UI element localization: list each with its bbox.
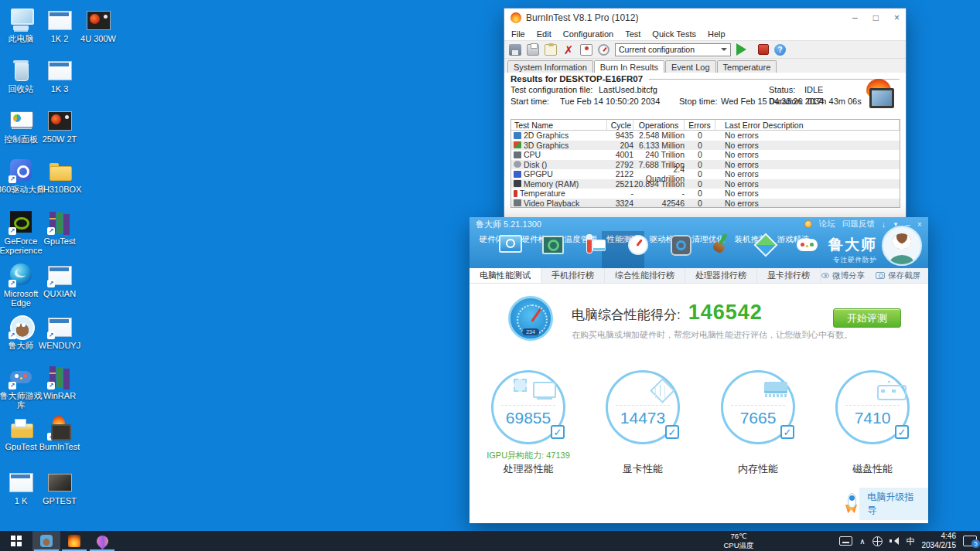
- cell-desc: No errors: [715, 141, 900, 150]
- cpu-temp-widget[interactable]: 76℃ CPU温度: [710, 531, 767, 551]
- desktop-icon-gptest[interactable]: GPTEST: [35, 470, 84, 505]
- table-row[interactable]: Disk () 2792 7.688 Trillion 0 No errors: [511, 160, 900, 170]
- taskbar-app-burnintest[interactable]: [60, 531, 88, 551]
- feedback-link[interactable]: 问题反馈: [842, 219, 875, 230]
- volume-icon[interactable]: [890, 536, 900, 546]
- table-row[interactable]: Video Playback 3324 42546 0 No errors: [511, 199, 900, 209]
- save-report-icon[interactable]: [509, 44, 521, 56]
- tab-gpu-ranking[interactable]: 显卡排行榜: [757, 268, 821, 283]
- desktop-icon-winrar[interactable]: ↗ WinRAR: [35, 365, 84, 400]
- start-tests-icon[interactable]: [736, 43, 753, 56]
- table-row[interactable]: 2D Graphics 9435 2.548 Million 0 No erro…: [511, 131, 900, 141]
- nav-driver-detect[interactable]: 驱动检测: [644, 231, 687, 268]
- delete-icon[interactable]: ✗: [562, 44, 575, 56]
- desktop-icon-quxian[interactable]: ↗ QUXIAN: [35, 263, 84, 298]
- forum-link[interactable]: 论坛: [819, 219, 835, 230]
- menu-test[interactable]: Test: [625, 29, 640, 39]
- start-button[interactable]: [0, 531, 32, 551]
- tab-system-information[interactable]: System Information: [507, 60, 593, 73]
- upgrade-guide-button[interactable]: 电脑升级指导: [843, 488, 928, 520]
- cpu-checkbox[interactable]: ✓: [551, 425, 565, 439]
- nav-hardware-checkup[interactable]: 硬件体检: [474, 231, 517, 268]
- configuration-select[interactable]: Current configuration: [615, 43, 731, 56]
- col-operations[interactable]: Operations: [633, 120, 685, 130]
- nav-game-picks[interactable]: 游戏精选: [772, 231, 814, 268]
- clock[interactable]: 4:46 2034/2/15: [922, 532, 957, 550]
- shortcut-arrow-icon: ↗: [9, 382, 16, 389]
- cell-errors: 0: [685, 179, 715, 189]
- save-screenshot-button[interactable]: 保存截屏: [876, 270, 920, 281]
- table-row[interactable]: Temperature - - 0 No errors: [511, 189, 900, 199]
- igpu-score: IGPU异构能力: 47139: [471, 450, 586, 461]
- table-row[interactable]: Memory (RAM) 2521 20.894 Trillion 0 No e…: [511, 179, 900, 189]
- nav-temperature[interactable]: 温度管理: [559, 231, 602, 268]
- burnintest-menubar: File Edit Configuration Test Quick Tests…: [504, 27, 906, 40]
- table-row[interactable]: CPU 4001 240 Trillion 0 No errors: [511, 150, 900, 160]
- ime-indicator[interactable]: 中: [907, 536, 915, 547]
- maximize-icon[interactable]: □: [873, 12, 879, 23]
- desktop-icon-wenduyj[interactable]: ↗ WENDUYJ: [35, 315, 84, 350]
- menu-file[interactable]: File: [511, 29, 525, 39]
- table-row[interactable]: 3D Graphics 204 6.133 Million 0 No error…: [511, 141, 900, 151]
- tab-phone-ranking[interactable]: 手机排行榜: [541, 268, 605, 283]
- nav-clean-optimize[interactable]: 清理优化: [687, 231, 729, 268]
- table-row[interactable]: GPGPU 2122 2.4 Quadrillion 0 No errors: [511, 169, 900, 179]
- desktop-icon-1k3[interactable]: 1K 3: [35, 58, 84, 94]
- menu-edit[interactable]: Edit: [537, 29, 551, 39]
- col-errors[interactable]: Errors: [685, 120, 715, 130]
- status-label: Status:: [769, 85, 795, 94]
- brand-name: 鲁大师: [828, 235, 877, 255]
- network-icon[interactable]: [872, 536, 883, 546]
- menu-help[interactable]: Help: [708, 29, 726, 39]
- stop-tests-icon[interactable]: [758, 44, 769, 55]
- taskbar-app-3[interactable]: [88, 531, 116, 551]
- folder-icon: [8, 416, 34, 440]
- tray-chevron-up-icon[interactable]: ∧: [859, 537, 865, 546]
- menu-configuration[interactable]: Configuration: [563, 29, 613, 39]
- col-last-error[interactable]: Last Error Description: [715, 120, 900, 130]
- tab-event-log[interactable]: Event Log: [665, 60, 716, 73]
- start-benchmark-button[interactable]: 开始评测: [833, 308, 901, 328]
- cpu-temp-value: 76℃: [710, 532, 767, 541]
- nav-performance-test[interactable]: 性能测试: [602, 231, 644, 268]
- gauge-icon[interactable]: [598, 44, 610, 56]
- col-cycle[interactable]: Cycle: [607, 120, 633, 130]
- col-test-name[interactable]: Test Name: [511, 120, 607, 130]
- desktop-icon-4u-300w[interactable]: 4U 300W: [73, 8, 123, 43]
- clipboard-icon[interactable]: [545, 44, 557, 56]
- taskbar-app-masterlu[interactable]: [32, 531, 60, 551]
- help-icon[interactable]: ?: [774, 44, 786, 56]
- desktop-icon-gputest-archive[interactable]: ↗ GpuTest: [35, 210, 84, 246]
- tab-overall-ranking[interactable]: 综合性能排行榜: [605, 268, 685, 283]
- score-label: 电脑综合性能得分:: [572, 306, 681, 324]
- status-value: IDLE: [804, 85, 823, 94]
- print-icon[interactable]: [527, 44, 539, 56]
- weibo-share-button[interactable]: 微博分享: [821, 270, 865, 281]
- close-icon[interactable]: ×: [917, 219, 922, 229]
- download-icon[interactable]: ↓: [882, 219, 886, 229]
- gpu-checkbox[interactable]: ✓: [665, 425, 679, 439]
- system-tray: ∧ 中 4:46 2034/2/15 5: [839, 531, 977, 551]
- tab-temperature[interactable]: Temperature: [717, 60, 777, 73]
- disk-checkbox[interactable]: ✓: [895, 425, 909, 439]
- burnintest-titlebar[interactable]: BurnInTest V8.1 Pro (1012) – □ ×: [504, 9, 906, 27]
- medal-icon[interactable]: [804, 220, 812, 228]
- masterlu-titlebar[interactable]: 鲁大师 5.21.1300 论坛 问题反馈 ↓ ▼ – ×: [470, 217, 928, 231]
- menu-quick-tests[interactable]: Quick Tests: [652, 29, 696, 39]
- desktop-icon-250w-2t[interactable]: 250W 2T: [35, 108, 84, 144]
- close-icon[interactable]: ×: [894, 12, 900, 23]
- tab-burn-in-results[interactable]: Burn In Results: [594, 60, 664, 73]
- table-header: Test Name Cycle Operations Errors Last E…: [511, 120, 900, 131]
- nav-hardware-detect[interactable]: 硬件检测: [517, 231, 559, 268]
- nav-build-recommend[interactable]: 装机推荐: [729, 231, 772, 268]
- minimize-icon[interactable]: –: [852, 12, 858, 23]
- certificate-icon[interactable]: [580, 44, 592, 56]
- camera-icon: [876, 272, 885, 279]
- desktop-icon-burnintest[interactable]: ↗ BurnInTest: [35, 416, 84, 451]
- touch-keyboard-icon[interactable]: [839, 536, 852, 546]
- tab-pc-performance[interactable]: 电脑性能测试: [470, 268, 541, 283]
- tab-cpu-ranking[interactable]: 处理器排行榜: [685, 268, 757, 283]
- notification-center-icon[interactable]: 5: [963, 536, 977, 546]
- memory-checkbox[interactable]: ✓: [780, 425, 794, 439]
- desktop-icon-bh310box[interactable]: BH310BOX: [35, 158, 84, 194]
